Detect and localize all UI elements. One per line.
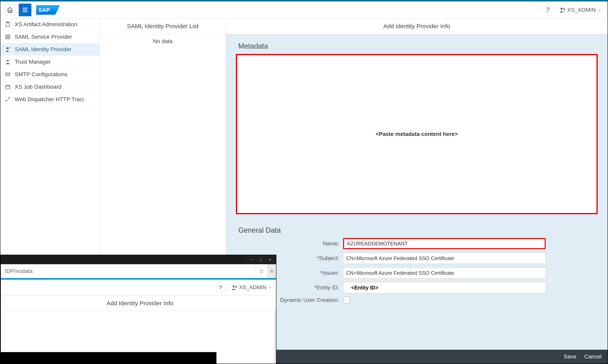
user-icon: [559, 7, 565, 13]
window-minimize-button[interactable]: –: [248, 257, 256, 263]
user-label: XS_ADMIN: [567, 7, 596, 13]
overlay-black-bar: [1, 352, 216, 364]
help-icon: ?: [546, 6, 550, 13]
sidebar-item-label: SAML Identity Provider: [15, 46, 71, 52]
svg-rect-12: [6, 37, 7, 39]
calendar-icon: [4, 83, 11, 90]
user-icon: [231, 285, 237, 290]
sidebar-item-saml-service-provider[interactable]: SAML Service Provider: [0, 31, 99, 43]
overlay-header: Add Identity Provider Info: [4, 296, 276, 311]
row-issuer: *Issuer:: [236, 267, 598, 278]
sidebar-item-xs-artifact-admin[interactable]: XS Artifact Administration: [0, 18, 99, 31]
input-subject[interactable]: [343, 253, 546, 264]
detail-content: Metadata <Paste metadata content here> G…: [226, 34, 608, 364]
user-menu[interactable]: XS_ADMIN: [559, 7, 604, 13]
user-check-icon: [4, 46, 11, 53]
svg-rect-11: [8, 35, 10, 37]
window-maximize-button[interactable]: □: [257, 257, 265, 263]
checkbox-dynamic-user[interactable]: [343, 297, 350, 303]
svg-point-26: [233, 286, 234, 287]
svg-text:SAP: SAP: [39, 7, 50, 13]
sidebar-item-trust-manager[interactable]: Trust Manager: [0, 56, 99, 68]
svg-point-15: [7, 60, 9, 62]
sidebar-item-label: Trust Manager: [15, 59, 51, 65]
url-field[interactable]: IDP/nodata: [1, 264, 255, 278]
chevron-down-icon: [269, 286, 272, 289]
home-icon: [7, 7, 13, 13]
metadata-title: Metadata: [238, 42, 598, 50]
menu-button[interactable]: [19, 4, 31, 16]
svg-rect-7: [564, 8, 565, 11]
svg-rect-27: [235, 286, 236, 288]
accent-bar: [1, 278, 276, 280]
svg-point-22: [9, 98, 10, 99]
grid-icon: [4, 34, 11, 40]
secondary-window: – □ × IDP/nodata ☆ ? XS_ADMIN Add Identi…: [0, 255, 276, 364]
save-button[interactable]: Save: [564, 353, 576, 360]
person-icon: [4, 59, 11, 65]
overlay-topbar: ? XS_ADMIN: [1, 280, 276, 296]
home-button[interactable]: [4, 4, 15, 15]
input-entity-id[interactable]: <Entity ID>: [343, 282, 546, 293]
help-button[interactable]: ?: [542, 4, 554, 15]
window-close-button[interactable]: ×: [266, 257, 274, 263]
overlay-help-button[interactable]: ?: [215, 283, 226, 293]
metadata-placeholder: <Paste metadata content here>: [376, 131, 458, 137]
window-titlebar: – □ ×: [1, 255, 276, 264]
sidebar-item-web-dispatcher[interactable]: Web Dispatcher HTTP Traci: [0, 93, 99, 106]
detail-header: Add Identity Provider Info: [226, 18, 608, 34]
browser-menu-icon[interactable]: [267, 264, 276, 278]
sap-logo: SAP: [36, 5, 60, 15]
detail-footer: Save Cancel: [226, 350, 608, 364]
svg-point-5: [561, 8, 563, 10]
svg-rect-10: [6, 35, 7, 37]
entity-id-value: <Entity ID>: [351, 285, 378, 291]
clipboard-icon: [4, 21, 11, 28]
mail-icon: [4, 71, 11, 78]
sidebar-item-label: XS Artifact Administration: [15, 21, 77, 27]
row-subject: *Subject:: [236, 253, 598, 264]
input-name[interactable]: [343, 238, 546, 249]
input-issuer[interactable]: [343, 267, 546, 278]
sidebar-item-xs-job-dashboard[interactable]: XS Job Dashboard: [0, 81, 99, 93]
topbar: SAP ? XS_ADMIN: [0, 0, 608, 18]
detail-panel: Add Identity Provider Info Metadata <Pas…: [226, 18, 608, 364]
address-bar: IDP/nodata ☆: [1, 264, 276, 278]
sidebar-item-saml-identity-provider[interactable]: SAML Identity Provider: [0, 43, 99, 56]
sidebar-item-smtp-config[interactable]: SMTP Configurations: [0, 68, 99, 81]
svg-rect-28: [236, 286, 236, 288]
list-header: SAML Identity Provider List: [100, 18, 226, 34]
menu-icon: [21, 6, 28, 13]
sidebar-item-label: SMTP Configurations: [15, 71, 68, 78]
overlay-user-label: XS_ADMIN: [239, 285, 267, 291]
sidebar-item-label: XS Job Dashboard: [15, 84, 61, 90]
svg-point-21: [6, 100, 7, 101]
sidebar-item-label: Web Dispatcher HTTP Traci: [15, 96, 84, 103]
general-data-title: General Data: [238, 226, 598, 234]
row-entity-id: *Entity ID: <Entity ID>: [236, 282, 598, 293]
svg-rect-6: [564, 8, 564, 11]
help-icon: ?: [219, 284, 222, 291]
svg-rect-17: [6, 85, 10, 89]
label-name: Name:: [236, 240, 343, 247]
sidebar-item-label: SAML Service Provider: [15, 34, 72, 40]
bookmark-star-icon[interactable]: ☆: [255, 268, 267, 274]
metadata-textarea[interactable]: <Paste metadata content here>: [236, 54, 598, 214]
cancel-button[interactable]: Cancel: [584, 353, 602, 360]
row-dynamic-user: Dynamic User Creation:: [236, 297, 598, 303]
trace-icon: [4, 96, 11, 103]
svg-rect-13: [8, 37, 10, 39]
overlay-user-menu[interactable]: XS_ADMIN: [231, 285, 272, 291]
chevron-down-icon: [598, 8, 602, 12]
row-name: Name:: [236, 238, 598, 249]
svg-point-14: [6, 47, 8, 49]
